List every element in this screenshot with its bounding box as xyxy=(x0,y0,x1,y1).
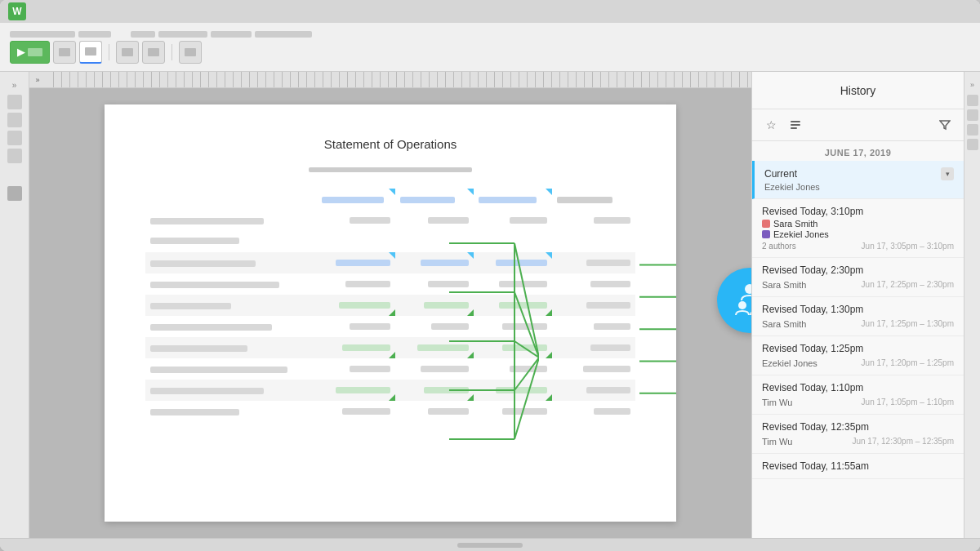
toolbar-btn-5[interactable] xyxy=(179,41,202,64)
table-row xyxy=(145,273,635,295)
history-item-110[interactable]: Revised Today, 1:10pm Tim Wu Jun 17, 1:0… xyxy=(752,375,964,415)
history-icon-button[interactable] xyxy=(786,116,804,134)
history-item-1235[interactable]: Revised Today, 12:35pm Tim Wu Jun 17, 12… xyxy=(752,415,964,454)
svg-point-12 xyxy=(738,301,746,309)
table-row xyxy=(145,252,635,273)
history-item-title-230: Revised Today, 2:30pm xyxy=(762,264,954,276)
right-sidebar-btn-2[interactable] xyxy=(967,109,978,121)
history-item-meta-110: Tim Wu Jun 17, 1:05pm – 1:10pm xyxy=(762,396,954,407)
document-title: Statement of Operations xyxy=(145,137,635,151)
insert-button[interactable]: ▶ xyxy=(10,41,50,64)
toolbar-btn-1[interactable] xyxy=(53,41,76,64)
toolbar-btn-4[interactable] xyxy=(142,41,165,64)
history-item-1155[interactable]: Revised Today, 11:55am xyxy=(752,454,964,479)
star-button[interactable]: ☆ xyxy=(762,116,780,134)
filter-button[interactable] xyxy=(936,116,954,134)
history-item-title-310: Revised Today, 3:10pm xyxy=(762,206,954,217)
left-sidebar: » xyxy=(0,72,29,538)
main-content: » » Statement of Operations xyxy=(0,72,980,538)
history-toolbar: ☆ xyxy=(752,109,964,141)
left-collapse-arrow[interactable]: » xyxy=(8,78,21,91)
table-row xyxy=(145,295,635,316)
right-sidebar-btn-1[interactable] xyxy=(967,95,978,106)
author-row-sara: Sara Smith xyxy=(762,219,954,229)
document-table xyxy=(145,189,635,422)
history-header: History xyxy=(752,72,964,109)
subtitle-line xyxy=(309,167,472,172)
history-item-title-125: Revised Today, 1:25pm xyxy=(762,343,954,354)
bottom-bar xyxy=(0,538,980,551)
doc-scroll[interactable]: Statement of Operations xyxy=(29,88,751,538)
history-item-130[interactable]: Revised Today, 1:30pm Sara Smith Jun 17,… xyxy=(752,297,964,336)
history-item-title-current: Current ▾ xyxy=(764,167,954,180)
ruler-collapse[interactable]: » xyxy=(29,72,46,88)
svg-rect-26 xyxy=(791,124,800,126)
toolbar: ▶ xyxy=(0,23,980,72)
right-collapse-arrow[interactable]: » xyxy=(966,78,979,91)
history-list: Current ▾ Ezekiel Jones Revised Today, 3… xyxy=(752,161,964,538)
history-dropdown-current[interactable]: ▾ xyxy=(941,167,954,180)
app-window: W ▶ xyxy=(0,0,980,551)
toolbar-btn-3[interactable] xyxy=(116,41,139,64)
svg-point-11 xyxy=(745,284,751,294)
ruler-ticks xyxy=(46,72,751,87)
table-row xyxy=(145,401,635,422)
table-cell-header-3 xyxy=(474,189,552,210)
ruler: » xyxy=(29,72,751,88)
history-item-meta-230: Sara Smith Jun 17, 2:25pm – 2:30pm xyxy=(762,278,954,290)
history-item-author-current: Ezekiel Jones xyxy=(764,182,954,192)
table-cell-header-2 xyxy=(395,189,474,210)
right-sidebar: » xyxy=(964,72,980,538)
history-item-meta-310: 2 authors Jun 17, 3:05pm – 3:10pm xyxy=(762,242,954,251)
sidebar-nav-btn-4[interactable] xyxy=(7,149,22,163)
right-sidebar-btn-4[interactable] xyxy=(967,139,978,150)
history-item-310[interactable]: Revised Today, 3:10pm Sara Smith Ezekiel… xyxy=(752,199,964,258)
sidebar-nav-btn-1[interactable] xyxy=(7,95,22,109)
table-row xyxy=(145,316,635,337)
collaboration-bubble xyxy=(717,268,751,333)
history-title: History xyxy=(840,84,876,97)
document-page: Statement of Operations xyxy=(105,104,676,522)
toolbar-sep-2 xyxy=(172,44,172,60)
table-row xyxy=(145,358,635,380)
svg-rect-25 xyxy=(791,121,800,122)
title-bar: W xyxy=(0,0,980,23)
sidebar-nav-btn-3[interactable] xyxy=(7,131,22,145)
history-panel: History ☆ JUNE 17, 201 xyxy=(751,72,964,538)
history-item-meta-125: Ezekiel Jones Jun 17, 1:20pm – 1:25pm xyxy=(762,357,954,368)
history-item-current[interactable]: Current ▾ Ezekiel Jones xyxy=(752,161,964,199)
toolbar-sep-1 xyxy=(109,44,109,60)
history-item-title-1155: Revised Today, 11:55am xyxy=(762,460,954,472)
table-row xyxy=(145,337,635,358)
table-row xyxy=(145,380,635,401)
history-item-title-130: Revised Today, 1:30pm xyxy=(762,304,954,315)
history-item-authors-310: Sara Smith Ezekiel Jones xyxy=(762,219,954,239)
table-cell-header-1 xyxy=(317,189,395,210)
history-item-title-110: Revised Today, 1:10pm xyxy=(762,382,954,393)
svg-rect-27 xyxy=(791,127,797,129)
document-area: » Statement of Operations xyxy=(29,72,751,538)
table-row xyxy=(145,189,635,210)
history-item-125[interactable]: Revised Today, 1:25pm Ezekiel Jones Jun … xyxy=(752,336,964,375)
history-item-meta-130: Sara Smith Jun 17, 1:25pm – 1:30pm xyxy=(762,318,954,329)
app-logo: W xyxy=(8,2,26,20)
author-dot-sara xyxy=(762,220,770,228)
table-cell-header-4 xyxy=(552,189,635,210)
toolbar-btn-2[interactable] xyxy=(79,41,102,64)
sidebar-nav-btn-5[interactable] xyxy=(7,186,22,201)
author-dot-ezekiel xyxy=(762,230,770,238)
history-item-title-1235: Revised Today, 12:35pm xyxy=(762,421,954,433)
sidebar-nav-btn-2[interactable] xyxy=(7,113,22,127)
author-row-ezekiel: Ezekiel Jones xyxy=(762,229,954,239)
history-item-meta-1235: Tim Wu Jun 17, 12:30pm – 12:35pm xyxy=(762,435,954,447)
right-sidebar-btn-3[interactable] xyxy=(967,124,978,136)
history-date: JUNE 17, 2019 xyxy=(752,141,964,161)
history-item-230[interactable]: Revised Today, 2:30pm Sara Smith Jun 17,… xyxy=(752,258,964,297)
table-row xyxy=(145,210,635,231)
table-row xyxy=(145,231,635,252)
